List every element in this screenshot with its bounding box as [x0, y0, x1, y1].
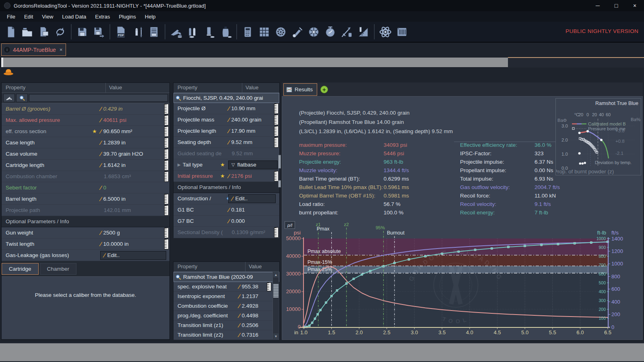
edit-pencil-icon[interactable]: ∕ [100, 150, 101, 157]
edit-pencil-icon[interactable]: ∕ [239, 302, 240, 309]
horizontal-scrollbar[interactable] [0, 57, 644, 68]
propellant-calibration-chart[interactable]: 200204060°CRamshot True BlueBaΦBa%3.02.0… [555, 98, 641, 175]
edit-pencil-icon[interactable]: ∕ [228, 139, 229, 146]
document-tab-close-icon[interactable]: × [60, 47, 63, 53]
menu-item-extras[interactable]: Extras [91, 11, 114, 22]
new-file-button[interactable] [2, 23, 19, 40]
horizontal-scrollbar-thumb[interactable] [1, 58, 508, 67]
unit-ruler-icon[interactable] [164, 115, 169, 125]
edit-pencil-icon[interactable]: ∕ [239, 293, 240, 300]
property-row[interactable]: Twist length∕10.0000 in [2, 239, 169, 250]
edit-pencil-icon[interactable]: ∕ [239, 312, 240, 319]
property-row[interactable]: spec. explosive heat∕955.38 [173, 282, 279, 292]
edit-pencil-icon[interactable]: ∕ [100, 195, 101, 202]
calculator-button[interactable] [239, 23, 256, 40]
filter-input[interactable] [29, 94, 168, 102]
property-row[interactable]: G1 BC∕0.181 [173, 204, 279, 216]
unit-ruler-icon[interactable] [164, 228, 169, 238]
obt-clock-button[interactable] [322, 23, 339, 40]
save-button[interactable] [74, 23, 91, 40]
property-row[interactable]: Projectile path 142.01 mm [2, 205, 169, 216]
menu-item-edit[interactable]: Edit [20, 11, 37, 22]
horizontal-scrollbar-track[interactable] [508, 57, 644, 68]
property-row[interactable]: Combustion coefficie∕2.4928 [173, 301, 279, 311]
property-row[interactable]: Projectile Ø∕10.90 mm [173, 103, 279, 114]
edit-button[interactable]: ∕Edit.. [228, 194, 276, 203]
tab-results[interactable]: Results [283, 83, 317, 96]
unit-ruler-icon[interactable] [274, 227, 279, 238]
menu-item-help[interactable]: Help [140, 11, 160, 22]
edit-pencil-icon[interactable]: ∕ [100, 229, 101, 236]
property-row[interactable]: Barrel length∕6.5000 in [2, 193, 169, 205]
edit-pencil-icon[interactable]: ∕ [100, 241, 101, 247]
document-tab[interactable]: i 44AMP-TrueBlue × [1, 43, 66, 56]
simulation-button[interactable] [377, 23, 394, 40]
cartridge-dimensions-button[interactable] [129, 23, 146, 40]
unit-ruler-icon[interactable] [267, 282, 271, 291]
unit-ruler-icon[interactable] [164, 126, 169, 137]
search-filter-button[interactable] [16, 94, 28, 102]
vertical-scrollbar-thumb[interactable] [273, 284, 279, 298]
property-row[interactable]: Isentropic exponent∕1.2137 [173, 292, 279, 301]
export-pdf-button[interactable]: PDF [113, 23, 129, 40]
tail-type-dropdown[interactable]: ▽flatbase [228, 160, 278, 169]
target-board-button[interactable] [394, 23, 410, 40]
import-file-button[interactable] [35, 23, 52, 40]
scroll-down-icon[interactable]: ▼ [273, 333, 279, 339]
unit-ruler-icon[interactable] [164, 194, 169, 204]
unit-ruler-icon[interactable] [164, 171, 169, 182]
edit-pencil-icon[interactable]: ∕ [100, 139, 101, 146]
property-row[interactable]: Barrel Ø (grooves)∕0.429 in [2, 103, 169, 115]
property-row[interactable]: Case volume∕39.70 grain H2O [2, 148, 169, 160]
panel-splitter-handle[interactable] [278, 180, 281, 187]
property-row[interactable]: Case length∕1.2839 in [2, 137, 169, 148]
property-row[interactable]: Max. allowed pressure∕40611 psi [2, 115, 169, 126]
property-row[interactable]: Combustion chamber 1.6853 cm³ [2, 171, 169, 182]
edit-pencil-icon[interactable]: ∕ [239, 283, 240, 290]
property-row[interactable]: eff. cross section★∕90.650 mm² [2, 126, 169, 137]
database-search-row[interactable]: Fiocchi, SJSP, 0.429, 240.00 grai [173, 93, 279, 103]
unit-ruler-icon[interactable] [274, 115, 279, 125]
rifle-database-button[interactable] [168, 23, 184, 40]
menu-item-load-data[interactable]: Load Data [58, 11, 91, 22]
load-table-button[interactable] [256, 23, 272, 40]
menu-item-view[interactable]: View [37, 11, 58, 22]
property-row[interactable]: Initial pressure★∕2176 psi [173, 171, 279, 182]
minimize-button[interactable]: ─ [588, 0, 607, 11]
rifle-filter-button[interactable] [3, 94, 15, 102]
edit-pencil-icon[interactable]: ∕ [228, 206, 229, 213]
add-result-button[interactable]: + [320, 86, 328, 93]
unit-ruler-icon[interactable] [164, 138, 169, 148]
propellant-database-button[interactable] [217, 23, 234, 40]
load-report-button[interactable] [146, 23, 162, 40]
property-row[interactable]: Construction /i∕Edit.. [173, 193, 279, 204]
edit-pencil-icon[interactable]: ∕ [100, 105, 101, 112]
unit-ruler-icon[interactable] [274, 137, 279, 148]
database-search-row[interactable]: Ramshot True Blue (2020-09 [173, 272, 279, 282]
burn-rate-wheel-button[interactable] [272, 23, 289, 40]
unit-ruler-icon[interactable] [274, 126, 279, 136]
property-row[interactable]: Projectile mass∕240.00 grain [173, 114, 279, 125]
unit-ruler-icon[interactable] [164, 205, 169, 216]
tab-chamber[interactable]: Chamber [40, 263, 77, 275]
property-row[interactable]: ▶Tail type★▽flatbase [173, 159, 279, 171]
unit-ruler-icon[interactable] [274, 103, 279, 114]
chart-mode-button[interactable]: p/l [285, 221, 295, 229]
property-row[interactable]: Transition limit (z2)∕0.7316 [173, 330, 279, 340]
edit-button[interactable]: ∕Edit.. [100, 251, 166, 260]
property-row[interactable]: Transition limit (z1)∕0.2506 [173, 321, 279, 330]
menu-item-file[interactable]: File [2, 11, 20, 22]
powley-wheel-button[interactable] [305, 23, 322, 40]
edit-pencil-icon[interactable]: ∕ [228, 105, 229, 112]
edit-pencil-icon[interactable]: ∕ [228, 218, 229, 224]
edit-pencil-icon[interactable]: ∕ [100, 117, 101, 123]
ballistics-chart-canvas[interactable]: GORDONS RELOADINGTOOLPmax absolutePmax-1… [283, 220, 642, 340]
property-row[interactable]: prog./deg. coefficient∕0.4498 [173, 311, 279, 321]
edit-pencil-icon[interactable]: ∕ [228, 128, 229, 134]
menu-item-plugins[interactable]: Plugins [114, 11, 140, 22]
maximize-button[interactable]: □ [607, 0, 625, 11]
edit-pencil-icon[interactable]: ∕ [100, 162, 101, 169]
unit-ruler-icon[interactable] [164, 149, 169, 159]
propellant-scrollbar[interactable]: ▲ ▼ [272, 272, 279, 339]
projectile-database-button[interactable] [184, 23, 201, 40]
